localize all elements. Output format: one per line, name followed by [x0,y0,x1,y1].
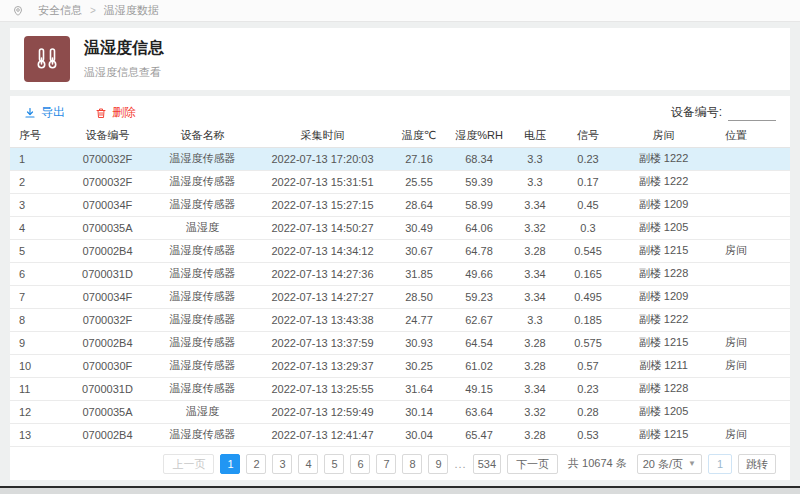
breadcrumb-item-current: 温湿度数据 [104,3,159,18]
table-cell [711,308,790,331]
location-pin-icon [12,5,24,17]
table-cell: 30.14 [390,400,448,423]
table-cell: 0.185 [560,308,616,331]
table-cell: 5 [10,239,65,262]
table-cell: 3.28 [510,423,560,446]
table-row[interactable]: 70700034F温湿度传感器2022-07-13 14:27:2728.505… [10,285,790,308]
prev-page-button[interactable]: 上一页 [163,454,214,474]
table-cell: 房间 [711,239,790,262]
column-header: 设备名称 [150,125,255,147]
table-cell: 64.06 [448,216,510,239]
table-cell: 2022-07-13 14:27:27 [255,285,390,308]
table-row[interactable]: 10700032F温湿度传感器2022-07-13 17:20:0327.166… [10,147,790,170]
table-cell: 2022-07-13 12:59:49 [255,400,390,423]
table-cell: 11 [10,377,65,400]
table-cell: 61.02 [448,354,510,377]
table-cell: 28.50 [390,285,448,308]
table-row[interactable]: 80700032F温湿度传感器2022-07-13 13:43:3824.776… [10,308,790,331]
table-cell: 28.64 [390,193,448,216]
window-bottom-edge [0,486,800,494]
table-cell: 房间 [711,331,790,354]
column-header: 温度℃ [390,125,448,147]
table-cell: 3.28 [510,354,560,377]
page-button[interactable]: 9 [428,454,448,474]
table-cell: 58.99 [448,193,510,216]
table-row[interactable]: 100700030F温湿度传感器2022-07-13 13:29:3730.25… [10,354,790,377]
table-row[interactable]: 9070002B4温湿度传感器2022-07-13 13:37:5930.936… [10,331,790,354]
jump-button[interactable]: 跳转 [738,454,776,474]
main-panel: 导出 删除 设备编号: 序号设备编号设备名称采集时间温度℃湿度%RH电压信号房间… [10,96,790,480]
table-cell: 房间 [711,423,790,446]
table-row[interactable]: 20700032F温湿度传感器2022-07-13 15:31:5125.555… [10,170,790,193]
page-header: 温湿度信息 温湿度信息查看 [10,28,790,90]
table-cell: 副楼 1228 [616,262,711,285]
table-cell: 64.54 [448,331,510,354]
column-header: 房间 [616,125,711,147]
table-cell: 2022-07-13 13:29:37 [255,354,390,377]
table-cell: 3.28 [510,331,560,354]
device-filter-label: 设备编号: [671,104,722,121]
table-header-row: 序号设备编号设备名称采集时间温度℃湿度%RH电压信号房间位置 [10,125,790,147]
table-cell: 3.3 [510,147,560,170]
table-cell: 0700031D [65,377,150,400]
breadcrumb-item-security[interactable]: 安全信息 [38,3,82,18]
toolbar: 导出 删除 设备编号: [10,96,790,125]
table-cell: 副楼 1215 [616,239,711,262]
table-cell: 1 [10,147,65,170]
table-cell: 070002B4 [65,331,150,354]
table-cell: 温湿度传感器 [150,308,255,331]
page-size-select[interactable]: 20 条/页 ▼ [637,454,702,474]
page-button[interactable]: 4 [298,454,318,474]
table-cell: 温湿度传感器 [150,354,255,377]
table-row[interactable]: 110700031D温湿度传感器2022-07-13 13:25:5531.64… [10,377,790,400]
last-page-button[interactable]: 534 [473,454,501,474]
table-cell: 10 [10,354,65,377]
jump-page-input[interactable] [708,454,732,474]
table-cell: 0700032F [65,147,150,170]
table-cell [711,285,790,308]
data-table: 序号设备编号设备名称采集时间温度℃湿度%RH电压信号房间位置 10700032F… [10,125,790,447]
page-button[interactable]: 2 [246,454,266,474]
table-cell: 2022-07-13 13:25:55 [255,377,390,400]
table-cell: 070002B4 [65,239,150,262]
table-row[interactable]: 13070002B4温湿度传感器2022-07-13 12:41:4730.04… [10,423,790,446]
page-button[interactable]: 3 [272,454,292,474]
table-cell: 65.47 [448,423,510,446]
table-cell: 副楼 1215 [616,423,711,446]
table-cell: 31.85 [390,262,448,285]
page-button[interactable]: 7 [376,454,396,474]
total-count: 共 10674 条 [568,456,627,471]
table-cell: 温湿度传感器 [150,262,255,285]
breadcrumb-separator: > [90,5,96,16]
table-cell: 温湿度传感器 [150,285,255,308]
table-row[interactable]: 60700031D温湿度传感器2022-07-13 14:27:3631.854… [10,262,790,285]
table-cell: 3.34 [510,262,560,285]
page-button[interactable]: 8 [402,454,422,474]
next-page-button[interactable]: 下一页 [507,454,558,474]
table-cell: 副楼 1222 [616,308,711,331]
table-cell: 0.3 [560,216,616,239]
delete-button[interactable]: 删除 [95,104,136,121]
table-row[interactable]: 5070002B4温湿度传感器2022-07-13 14:34:1230.676… [10,239,790,262]
table-row[interactable]: 30700034F温湿度传感器2022-07-13 15:27:1528.645… [10,193,790,216]
page-button[interactable]: 1 [220,454,240,474]
table-cell: 副楼 1205 [616,216,711,239]
page-button[interactable]: 5 [324,454,344,474]
table-cell: 0700034F [65,285,150,308]
table-cell: 24.77 [390,308,448,331]
table-cell: 2 [10,170,65,193]
table-row[interactable]: 120700035A温湿度2022-07-13 12:59:4930.1463.… [10,400,790,423]
table-row[interactable]: 40700035A温湿度2022-07-13 14:50:2730.4964.0… [10,216,790,239]
table-cell: 3.32 [510,400,560,423]
table-cell: 62.67 [448,308,510,331]
table-cell: 2022-07-13 12:41:47 [255,423,390,446]
table-cell: 12 [10,400,65,423]
table-cell: 房间 [711,354,790,377]
device-filter-input[interactable] [728,105,776,121]
table-cell [711,170,790,193]
export-button[interactable]: 导出 [24,104,65,121]
table-cell: 副楼 1222 [616,147,711,170]
table-cell: 0700032F [65,308,150,331]
page-button[interactable]: 6 [350,454,370,474]
table-cell: 0700031D [65,262,150,285]
